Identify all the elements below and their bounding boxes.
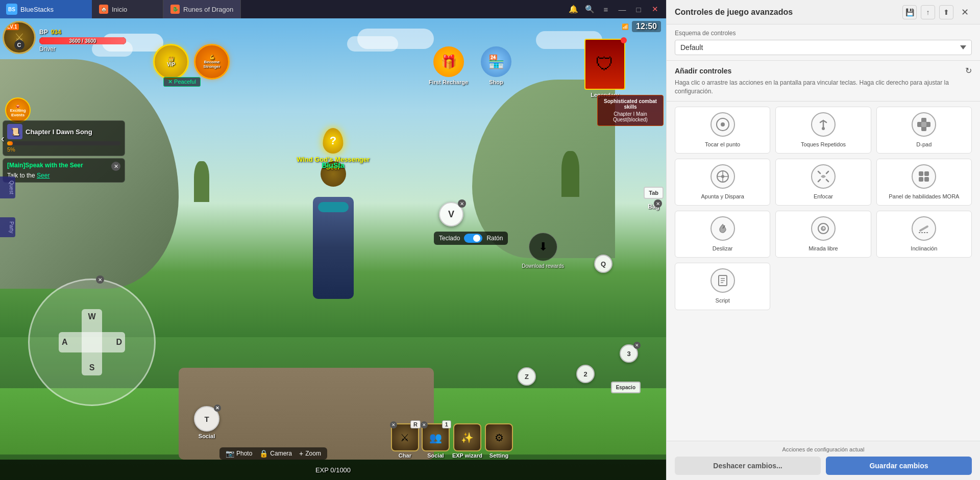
inicio-tab[interactable]: 🏠 Inicio (92, 0, 163, 18)
close-button[interactable]: ✕ (648, 2, 662, 16)
zoom-button[interactable]: + Zoom (299, 449, 321, 458)
z-key-badge[interactable]: Z (518, 367, 536, 386)
svg-rect-12 (919, 171, 923, 176)
social-key-close[interactable]: ✕ (421, 421, 428, 428)
legendary-banner[interactable]: 🛡 (584, 39, 625, 90)
panel-upload-icon[interactable]: ⬆ (939, 5, 953, 19)
dpad-d-label[interactable]: D (116, 338, 122, 347)
control-item-apunta[interactable]: Apunta y Dispara (675, 159, 770, 206)
clock: 12:50 (632, 21, 661, 32)
undo-changes-button[interactable]: Deshacer cambios... (675, 457, 821, 475)
t-close-button[interactable]: ✕ (214, 405, 221, 412)
quest-main-task[interactable]: [Main]Speak with the Seer ✕ Talk to the … (3, 158, 125, 183)
hud-topleft: ⚔ LV.1 C BP 934 3600 / 3600 Driver (3, 21, 36, 54)
tab-key-button[interactable]: Tab (644, 187, 664, 199)
control-item-toques[interactable]: Toques Repetidos (775, 107, 871, 154)
control-item-tocar[interactable]: Tocar el punto (675, 107, 770, 154)
seer-link[interactable]: Seer (37, 172, 50, 179)
bluestacks-tab[interactable]: BS BlueStacks (0, 0, 92, 18)
char-key-close[interactable]: ✕ (390, 421, 397, 428)
become-stronger-button[interactable]: 💪 Become Stronger (194, 44, 230, 80)
q-key-badge[interactable]: Q (594, 255, 612, 273)
mirada-label: Mirada libre (808, 245, 838, 252)
game-viewport[interactable]: ⚔ LV.1 C BP 934 3600 / 3600 Driver 🎪 Exc… (0, 18, 666, 480)
enfocar-label: Enfocar (814, 193, 833, 200)
menu-icon[interactable]: ≡ (599, 2, 613, 16)
window-controls: 🔔 🔍 ≡ — □ ✕ (566, 2, 666, 16)
quest-nav-label[interactable]: Quest (0, 176, 15, 198)
photo-button[interactable]: 📷 Photo (226, 449, 252, 458)
num2-key-badge[interactable]: 2 (576, 365, 595, 383)
control-item-mora[interactable]: Panel de habilidades MORA (876, 159, 972, 206)
save-changes-button[interactable]: Guardar cambios (826, 457, 972, 475)
espacio-key-button[interactable]: Espacio (611, 382, 641, 393)
joystick-close-button[interactable]: ✕ (96, 275, 104, 284)
z-key-button[interactable]: Z (518, 367, 536, 386)
v-key-close[interactable]: ✕ (458, 199, 466, 208)
vip-button[interactable]: 👑 VIP (153, 44, 189, 80)
quest-close-button[interactable]: ✕ (111, 162, 120, 171)
num3-close[interactable]: ✕ (633, 342, 641, 349)
player-avatar[interactable]: ⚔ LV.1 C (3, 21, 36, 54)
setting-button[interactable]: ⚙ Setting (485, 423, 513, 459)
minimize-button[interactable]: — (615, 2, 629, 16)
peaceful-badge[interactable]: ✕ Peaceful (163, 77, 201, 87)
toques-icon (811, 112, 836, 137)
notification-bell[interactable]: 🔔 (566, 2, 580, 16)
bluestacks-name: BlueStacks (20, 6, 54, 13)
social-action-button[interactable]: 👥 1 ✕ Social (422, 423, 450, 459)
camera-button[interactable]: 🔒 Camera (259, 449, 292, 458)
maximize-button[interactable]: □ (631, 2, 646, 16)
t-social-button[interactable]: T ✕ Social (194, 406, 219, 439)
panel-close-button[interactable]: ✕ (958, 5, 972, 19)
q-key-button[interactable]: Q (594, 255, 612, 273)
search-icon[interactable]: 🔍 (582, 2, 597, 16)
tab-key-badge[interactable]: Tab (644, 187, 664, 199)
sophisticated-combat-box[interactable]: Sophisticated combat skills Chapter I Ma… (597, 95, 664, 126)
inicio-tab-icon: 🏠 (99, 5, 108, 14)
control-item-mirada[interactable]: Mirada libre (775, 211, 871, 258)
v-keybind-button[interactable]: V ✕ (439, 202, 463, 226)
joystick-area[interactable]: W S A D (28, 279, 156, 406)
dpad[interactable]: W S A D (59, 309, 125, 375)
sophisticated-subtitle: Chapter I Main Quest(blocked) (602, 111, 659, 122)
first-recharge-button[interactable]: 🎁 First Recharge (429, 46, 468, 85)
script-label: Script (716, 297, 730, 304)
joystick-circle[interactable]: W S A D (28, 279, 156, 406)
control-item-dpad[interactable]: D-pad (876, 107, 972, 154)
control-item-script[interactable]: Script (675, 263, 770, 310)
download-rewards-button[interactable]: ⬇ Download rewards (522, 233, 564, 269)
espacio-key-badge[interactable]: Espacio (611, 382, 641, 393)
dpad-w-label[interactable]: W (88, 312, 95, 321)
control-item-deslizar[interactable]: Deslizar (675, 211, 770, 258)
bag-close-button[interactable]: ✕ (654, 199, 662, 208)
control-item-inclinacion[interactable]: Inclinación (876, 211, 972, 258)
dpad-a-label[interactable]: A (62, 338, 68, 347)
add-controls-refresh-icon[interactable]: ↻ (965, 66, 972, 75)
quest-chapter[interactable]: 📜 Chapter I Dawn Song 5% (3, 120, 125, 156)
num3-key-button[interactable]: 3 ✕ (620, 344, 638, 363)
svg-point-19 (823, 228, 824, 229)
legendary-area[interactable]: 🛡 Legendary (584, 39, 625, 98)
main-task-text: [Main]Speak with the Seer (7, 162, 83, 169)
panel-share-icon[interactable]: ↑ (921, 5, 935, 19)
game-tab[interactable]: 🐉 Runes of Dragon (163, 0, 241, 18)
dpad-s-label[interactable]: S (89, 363, 95, 372)
party-nav-label[interactable]: Party (0, 217, 15, 237)
char-button[interactable]: ⚔ R ✕ Char (391, 423, 419, 459)
exp-wizard-button[interactable]: ✨ EXP wizard (452, 423, 482, 459)
panel-save-icon[interactable]: 💾 (902, 5, 917, 19)
svg-point-11 (721, 175, 724, 178)
exciting-events[interactable]: 🎪 Exciting Events (5, 97, 31, 123)
c-key-badge[interactable]: C (14, 40, 24, 50)
left-nav-arrow[interactable]: ‹ (1, 133, 5, 144)
add-controls-description: Haga clic o arrastre las acciones en la … (675, 79, 972, 96)
exciting-events-icon[interactable]: 🎪 Exciting Events (5, 97, 31, 123)
scheme-select[interactable]: Default (675, 40, 972, 55)
num2-key-button[interactable]: 2 (576, 365, 595, 383)
t-key-circle[interactable]: T ✕ (194, 406, 219, 432)
control-item-enfocar[interactable]: Enfocar (775, 159, 871, 206)
hp-bar-container: BP 934 3600 / 3600 Driver (39, 29, 126, 53)
shop-button[interactable]: 🏪 Shop (481, 46, 511, 85)
keyboard-mouse-switch[interactable] (464, 234, 482, 243)
